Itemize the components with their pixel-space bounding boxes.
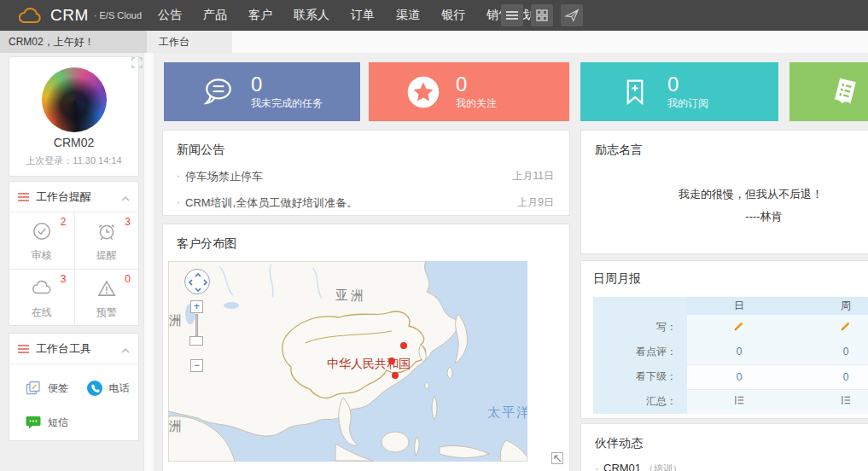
- nav-menu: 公告 产品 客户 联系人 订单 渠道 银行 销售计划: [158, 8, 534, 23]
- report-title: 日周月报: [593, 271, 868, 287]
- news-title: 新闻公告: [177, 142, 556, 158]
- brand-suffix: · E/S Cloud: [94, 10, 142, 20]
- stat-label: 我未完成的任务: [251, 96, 323, 111]
- map-title: 客户分布图: [177, 236, 556, 252]
- send-button[interactable]: [561, 4, 583, 26]
- news-item[interactable]: · 停车场禁止停车 上月11日: [177, 169, 556, 184]
- partner-name[interactable]: CRM01: [603, 462, 641, 471]
- lincoln-portrait: [600, 165, 650, 230]
- col-week: 周: [791, 297, 868, 315]
- reminder-label: 提醒: [75, 248, 139, 263]
- zoom-in-button[interactable]: +: [190, 300, 203, 313]
- expand-sidebar-button[interactable]: [131, 56, 143, 72]
- sms-icon: [25, 414, 42, 431]
- report-row-summary: 汇总：: [593, 389, 868, 414]
- stat-text: 0 我的关注: [456, 73, 497, 111]
- list-icon[interactable]: [841, 395, 852, 405]
- pencil-icon[interactable]: [840, 320, 852, 332]
- tools-header: 工作台工具: [9, 334, 138, 364]
- report-value[interactable]: 0: [791, 364, 868, 389]
- nav-item-channels[interactable]: 渠道: [396, 8, 420, 23]
- collapse-button[interactable]: [121, 341, 130, 357]
- nav-item-banks[interactable]: 银行: [441, 8, 465, 23]
- reminder-online[interactable]: 在线 3: [9, 269, 74, 325]
- news-date: 上月11日: [513, 169, 554, 183]
- customer-map-card: 客户分布图: [162, 224, 570, 471]
- nav-item-announcements[interactable]: 公告: [158, 8, 182, 23]
- report-row-comments: 看点评： 0 0: [593, 340, 868, 364]
- nav-item-contacts[interactable]: 联系人: [294, 8, 329, 23]
- tool-phone[interactable]: 电话: [74, 371, 136, 405]
- tab-strip: 工作台: [147, 31, 868, 53]
- tools-list: 便签 电话 短信: [9, 364, 138, 446]
- badge-count: 3: [61, 273, 67, 285]
- tab-workbench[interactable]: 工作台: [147, 31, 232, 53]
- quote-text: 我走的很慢，但我从不后退！ ----林肯: [679, 183, 849, 228]
- report-card: 日周月报 日 周 写：: [580, 260, 868, 419]
- reminder-alerts[interactable]: 提醒 3: [74, 212, 139, 269]
- map-pan-control[interactable]: [184, 269, 210, 294]
- profile-card: CRM02 上次登录：11.30 14:14: [9, 56, 139, 177]
- partner-item[interactable]: · CRM01 （培训）: [595, 462, 860, 471]
- fullscreen-icon: [131, 57, 143, 68]
- menu-icon: [504, 9, 520, 22]
- grid-button[interactable]: [531, 4, 553, 26]
- bullet: ·: [177, 195, 180, 208]
- report-header-row: 日 周: [593, 297, 868, 315]
- alarm-clock-icon: [96, 220, 118, 242]
- chevron-up-icon: [121, 196, 130, 201]
- customer-marker[interactable]: [400, 342, 407, 349]
- zoom-slider-track[interactable]: [195, 314, 198, 336]
- zoom-out-button[interactable]: −: [190, 359, 203, 372]
- badge-count: 2: [61, 216, 67, 228]
- reminder-audit[interactable]: 审核 2: [9, 212, 74, 269]
- menu-button[interactable]: [501, 4, 523, 26]
- stat-card-my-follows[interactable]: 0 我的关注: [369, 62, 569, 121]
- tool-sms[interactable]: 短信: [13, 405, 74, 439]
- map-expand-button[interactable]: [551, 452, 563, 464]
- collapse-button[interactable]: [121, 189, 130, 205]
- list-icon[interactable]: [734, 395, 745, 405]
- stat-card-unfinished-tasks[interactable]: 0 我未完成的任务: [164, 62, 360, 121]
- report-value[interactable]: 0: [687, 340, 791, 364]
- tool-label: 短信: [48, 416, 68, 430]
- nav-item-products[interactable]: 产品: [203, 8, 227, 23]
- map-label-africa: 非洲: [168, 418, 184, 434]
- zoom-slider-knob[interactable]: [189, 336, 203, 346]
- news-item[interactable]: · CRM培训,全体员工做好培训准备。 上月9日: [177, 195, 556, 211]
- nav-actions: [501, 4, 583, 26]
- map-label-asia: 亚洲: [335, 288, 366, 304]
- customer-marker[interactable]: [392, 372, 399, 379]
- stat-card-my-subscriptions[interactable]: 0 我的订阅: [580, 62, 778, 121]
- news-text[interactable]: 停车场禁止停车: [185, 170, 263, 183]
- report-value[interactable]: 0: [687, 364, 791, 389]
- pencil-icon[interactable]: [733, 320, 745, 332]
- pan-arrows-icon: [185, 270, 211, 295]
- tool-note[interactable]: 便签: [13, 371, 74, 405]
- stat-value: 0: [667, 73, 708, 96]
- stat-value: 0: [251, 73, 323, 96]
- report-table: 日 周 写： 看点评：: [593, 297, 868, 414]
- tools-title: 工作台工具: [36, 341, 91, 357]
- news-text[interactable]: CRM培训,全体员工做好培训准备。: [185, 196, 358, 209]
- map-canvas[interactable]: 亚洲 欧洲 非洲 中华人民共和国 太平洋 + −: [168, 261, 527, 462]
- partner-note: （培训）: [644, 463, 682, 471]
- nav-item-orders[interactable]: 订单: [351, 8, 375, 23]
- brand[interactable]: CRM · E/S Cloud: [0, 6, 158, 25]
- workbench-reminders-card: 工作台提醒 审核 2: [9, 181, 139, 326]
- news-card: 新闻公告 · 停车场禁止停车 上月11日 · CRM培训,全体员工做好培训准备。…: [162, 130, 570, 216]
- sidebar-scrollbar[interactable]: [143, 53, 154, 471]
- customer-marker[interactable]: [388, 358, 395, 364]
- list-icon: [18, 343, 29, 355]
- report-value[interactable]: 0: [791, 340, 868, 364]
- reminder-label: 预警: [75, 305, 139, 320]
- avatar[interactable]: [42, 67, 107, 132]
- stat-text: 0 我未完成的任务: [251, 73, 323, 111]
- reminders-header: 工作台提醒: [9, 182, 138, 212]
- reminder-warnings[interactable]: 预警 0: [74, 269, 139, 325]
- quote-author: ----林肯: [679, 206, 849, 228]
- stat-card-reports[interactable]: 0: [789, 62, 868, 121]
- row-label: 看下级：: [593, 364, 687, 389]
- greeting-text: CRM02，上午好！: [0, 31, 147, 53]
- nav-item-customers[interactable]: 客户: [248, 8, 272, 23]
